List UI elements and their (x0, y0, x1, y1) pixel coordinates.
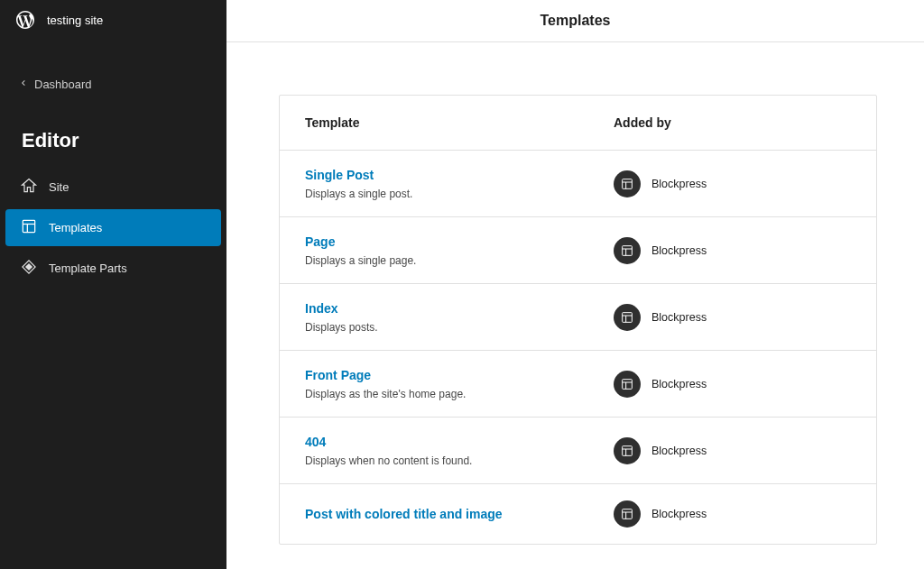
template-link-front-page[interactable]: Front Page (305, 368, 371, 382)
table-row: Index Displays posts. Blockpress (280, 283, 876, 350)
table-row: 404 Displays when no content is found. B… (280, 417, 876, 483)
template-link-single-post[interactable]: Single Post (305, 168, 374, 182)
top-header: Templates (226, 0, 924, 42)
nav-item-template-parts[interactable]: Template Parts (5, 250, 221, 287)
nav-item-templates[interactable]: Templates (5, 209, 221, 246)
table-row: Page Displays a single page. Blockpress (280, 216, 876, 283)
template-link-post-colored[interactable]: Post with colored title and image (305, 507, 503, 521)
main-area: Templates Template Added by Single Post … (226, 0, 924, 569)
template-desc: Displays as the site's home page. (305, 388, 614, 400)
home-icon (20, 177, 38, 197)
theme-icon (614, 500, 641, 528)
template-desc: Displays when no content is found. (305, 454, 614, 467)
chevron-left-icon (18, 78, 29, 91)
svg-rect-20 (623, 509, 633, 519)
theme-icon (614, 170, 641, 197)
template-desc: Displays a single page. (305, 254, 614, 267)
template-link-404[interactable]: 404 (305, 435, 326, 449)
wordpress-logo-icon[interactable] (14, 9, 36, 31)
added-by-name: Blockpress (651, 508, 707, 520)
back-dashboard-link[interactable]: Dashboard (0, 70, 226, 98)
template-desc: Displays a single post. (305, 188, 614, 200)
th-template: Template (305, 115, 614, 130)
table-header: Template Added by (280, 96, 876, 150)
table-row: Single Post Displays a single post. Bloc… (280, 150, 876, 216)
back-label: Dashboard (34, 78, 92, 91)
svg-rect-0 (23, 220, 34, 232)
added-by-name: Blockpress (651, 178, 707, 190)
layout-icon (20, 217, 38, 238)
template-desc: Displays posts. (305, 321, 614, 334)
added-by-name: Blockpress (651, 378, 707, 390)
templates-table: Template Added by Single Post Displays a… (279, 95, 877, 545)
added-by-name: Blockpress (651, 311, 707, 324)
svg-rect-14 (623, 379, 633, 389)
sidebar-header: testing site (0, 0, 226, 40)
nav-item-label: Templates (49, 221, 102, 234)
sidebar: testing site Dashboard Editor Site Templ… (0, 0, 226, 569)
table-row: Post with colored title and image Blockp… (280, 483, 876, 544)
theme-icon (614, 371, 641, 398)
table-row: Front Page Displays as the site's home p… (280, 350, 876, 417)
svg-rect-17 (623, 445, 633, 455)
svg-rect-4 (25, 263, 32, 271)
svg-rect-11 (623, 312, 633, 322)
added-by-name: Blockpress (651, 445, 707, 457)
template-link-index[interactable]: Index (305, 301, 338, 316)
diamond-icon (20, 258, 38, 279)
nav-item-site[interactable]: Site (5, 169, 221, 206)
added-by-name: Blockpress (651, 244, 707, 257)
nav-item-label: Site (49, 180, 69, 194)
theme-icon (614, 304, 641, 331)
th-addedby: Added by (614, 115, 851, 130)
site-name: testing site (47, 14, 103, 27)
nav-item-label: Template Parts (49, 262, 127, 275)
nav-list: Site Templates Template Parts (0, 169, 226, 287)
sidebar-title: Editor (0, 129, 226, 152)
page-title: Templates (541, 13, 611, 29)
theme-icon (614, 237, 641, 264)
content: Template Added by Single Post Displays a… (226, 42, 924, 569)
theme-icon (614, 437, 641, 464)
template-link-page[interactable]: Page (305, 234, 335, 249)
svg-rect-5 (623, 179, 633, 188)
svg-rect-8 (623, 245, 633, 255)
